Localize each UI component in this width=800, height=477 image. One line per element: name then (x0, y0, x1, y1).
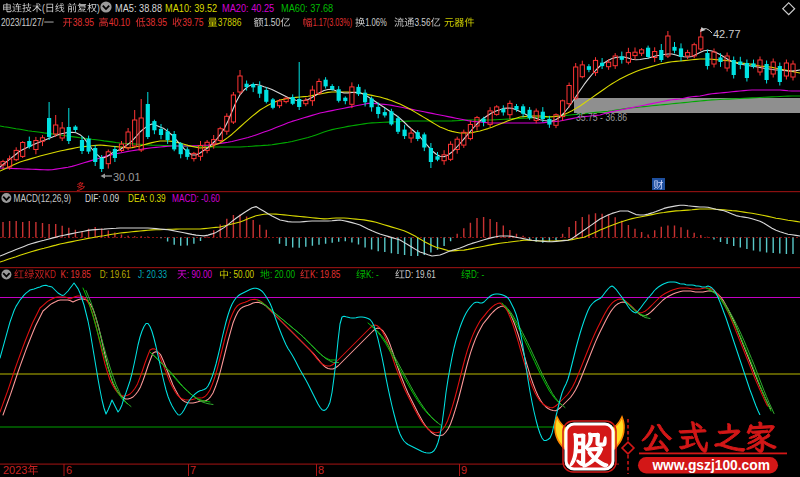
svg-text:1.06%: 1.06% (365, 16, 387, 28)
svg-text:9: 9 (461, 464, 467, 476)
svg-text:(: ( (42, 2, 45, 14)
svg-text:MA20: 40.25: MA20: 40.25 (222, 1, 275, 15)
svg-text:K: 19.85: K: 19.85 (310, 269, 341, 280)
svg-text:MACD: -0.60: MACD: -0.60 (172, 192, 220, 204)
svg-text:8: 8 (318, 464, 324, 476)
svg-text:42.77: 42.77 (713, 28, 741, 40)
svg-text:K: -: K: - (366, 269, 379, 280)
svg-text:K: 19.85: K: 19.85 (61, 269, 92, 280)
svg-text:KD: KD (45, 269, 56, 280)
svg-text:www.gszj100.com: www.gszj100.com (651, 458, 770, 473)
svg-text:MA5: 38.88: MA5: 38.88 (115, 1, 162, 15)
svg-text:: 90.00: : 90.00 (187, 269, 212, 280)
svg-text:): ) (97, 2, 100, 14)
svg-text:39.75: 39.75 (182, 16, 203, 28)
svg-text:2023/11/27/: 2023/11/27/ (1, 16, 44, 28)
svg-text:3.56: 3.56 (414, 16, 430, 28)
svg-text:MACD(12,26,9): MACD(12,26,9) (14, 192, 72, 204)
svg-text:40.10: 40.10 (109, 16, 130, 28)
svg-text:: 50.00: : 50.00 (229, 269, 254, 280)
svg-text:D: 19.61: D: 19.61 (405, 269, 436, 280)
svg-text:MA60: 37.68: MA60: 37.68 (281, 1, 334, 15)
svg-text:: 20.00: : 20.00 (270, 269, 295, 280)
svg-text:30.01: 30.01 (113, 171, 141, 183)
svg-text:2023: 2023 (3, 464, 27, 476)
svg-text:1.17(3.03%): 1.17(3.03%) (313, 16, 352, 28)
svg-text:6: 6 (66, 464, 72, 476)
svg-text:1.50: 1.50 (264, 16, 281, 28)
svg-text:DIF: 0.09: DIF: 0.09 (85, 192, 119, 204)
svg-text:MA10: 39.52: MA10: 39.52 (165, 1, 217, 15)
svg-text:7: 7 (190, 464, 196, 476)
svg-text:DEA: 0.39: DEA: 0.39 (128, 192, 166, 204)
svg-text:D: -: D: - (471, 269, 484, 280)
svg-text:35.75 - 36.86: 35.75 - 36.86 (576, 112, 627, 123)
svg-text:38.95: 38.95 (146, 16, 167, 28)
svg-text:37886: 37886 (218, 16, 242, 28)
svg-text:D: 19.61: D: 19.61 (100, 269, 131, 280)
svg-text:38.95: 38.95 (73, 16, 94, 28)
svg-text:J: 20.33: J: 20.33 (138, 269, 167, 280)
